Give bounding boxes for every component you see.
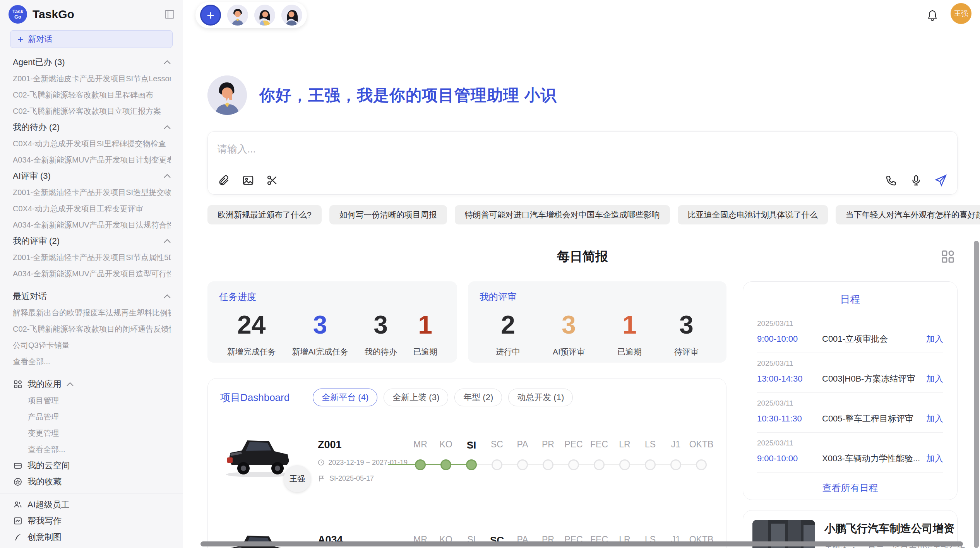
milestone-node[interactable]: LS <box>637 439 663 482</box>
image-upload-icon[interactable] <box>241 173 255 187</box>
chevron-up-icon[interactable] <box>66 382 74 387</box>
sidebar-item-help-me-write[interactable]: 帮我写作 <box>0 513 183 529</box>
project-owner-badge: 王强 <box>284 465 311 492</box>
section-agent-done[interactable]: Agent已办 (3) <box>0 54 183 70</box>
project-dashboard-title: 项目Dashboard <box>220 391 290 404</box>
join-link[interactable]: 加入 <box>926 413 943 425</box>
schedule-date: 2025/03/11 <box>757 439 943 447</box>
sidebar-item[interactable]: Z001-全新燃油皮卡产品开发项目SI节点Lesson Learn报告 <box>0 70 183 87</box>
tab-new-platform[interactable]: 全新平台 (4) <box>313 389 377 406</box>
suggestion-chip[interactable]: 如何写一份清晰的项目周报 <box>329 205 447 224</box>
sidebar-item-favorites[interactable]: 我的收藏 <box>0 474 183 490</box>
suggestion-chip[interactable]: 当下年轻人对汽车外观有怎样的喜好趋势 <box>836 205 980 224</box>
microphone-icon[interactable] <box>909 173 923 187</box>
add-agent-button[interactable]: + <box>200 5 221 26</box>
chevron-up-icon[interactable] <box>163 239 171 243</box>
chevron-up-icon[interactable] <box>163 174 171 178</box>
milestone-node[interactable]: KO <box>433 439 459 482</box>
join-link[interactable]: 加入 <box>926 333 943 345</box>
stats-row: 任务进度 24 新增完成任务 3 新增AI完成任务 3 <box>207 281 726 363</box>
sidebar-item-ai-super-staff[interactable]: AI超级员工 <box>0 497 183 513</box>
logo-text-top: Task <box>12 9 24 14</box>
app-item-change-mgmt[interactable]: 变更管理 <box>0 425 183 441</box>
daily-brief-header: 每日简报 <box>207 246 958 267</box>
app-item-project-mgmt[interactable]: 项目管理 <box>0 392 183 409</box>
milestone-node[interactable]: SC <box>484 439 510 482</box>
tab-new-body[interactable]: 全新上装 (3) <box>384 389 448 406</box>
agent-avatar[interactable] <box>254 5 275 26</box>
suggestion-chip[interactable]: 比亚迪全固态电池计划具体说了什么 <box>678 205 828 224</box>
tab-year-model[interactable]: 年型 (2) <box>454 389 502 406</box>
schedule-item: 2025/03/11 9:00-10:00 X003-车辆动力学性能验... 加… <box>757 433 943 473</box>
send-icon[interactable] <box>934 173 948 187</box>
layout-grid-icon[interactable] <box>941 249 955 264</box>
milestone-node[interactable]: PEC <box>561 439 586 482</box>
suggestion-chip[interactable]: 欧洲新规最近颁布了什么? <box>207 205 322 224</box>
milestone-node[interactable]: OKTB <box>689 439 714 482</box>
writing-icon <box>13 516 23 526</box>
project-dates: 2023-12-19 ~ 2027-01-19 <box>318 459 408 467</box>
chevron-up-icon[interactable] <box>163 294 171 299</box>
favorites-badge-icon <box>13 477 23 487</box>
section-ai-review[interactable]: AI评审 (3) <box>0 168 183 184</box>
milestone-node[interactable]: MR <box>408 439 433 482</box>
sidebar-item[interactable]: A034-全新新能源MUV产品开发项目造型可行性评审 <box>0 265 183 282</box>
sidebar-item[interactable]: C0X4-动力总成开发项目SI里程碑提交物检查 <box>0 135 183 152</box>
app-item-product-mgmt[interactable]: 产品管理 <box>0 409 183 425</box>
sidebar-item[interactable]: C0X4-动力总成开发项目工程变更评审 <box>0 200 183 217</box>
milestone-node[interactable]: PA <box>510 439 535 482</box>
milestone-node[interactable]: FEC <box>586 439 612 482</box>
chevron-up-icon[interactable] <box>163 60 171 65</box>
stat: 3 新增AI完成任务 <box>292 310 348 357</box>
voice-call-icon[interactable] <box>884 173 898 187</box>
attachment-icon[interactable] <box>217 173 231 187</box>
sidebar-item[interactable]: A034-全新新能源MUV产品开发项目计划变更表编写 <box>0 152 183 168</box>
collapse-sidebar-icon[interactable] <box>165 10 174 19</box>
agent-avatar[interactable] <box>227 5 248 26</box>
join-link[interactable]: 加入 <box>926 453 943 464</box>
view-all-apps-link[interactable]: 查看全部... <box>0 441 183 457</box>
milestone-node[interactable]: PR <box>535 439 561 482</box>
composer-toolbar <box>217 173 948 187</box>
section-my-todo[interactable]: 我的待办 (2) <box>0 119 183 135</box>
notifications-bell-icon[interactable] <box>927 9 938 22</box>
section-my-apps[interactable]: 我的应用 <box>0 376 183 392</box>
recent-chat-item[interactable]: C02-飞腾新能源轻客改款项目的闭环通告反馈情况 <box>0 321 183 337</box>
agent-avatar-bar: + <box>195 2 307 28</box>
taskgo-app: Task Go TaskGo + 新对话 Agent已办 (3) Z001-全新… <box>0 0 980 548</box>
scissors-icon[interactable] <box>265 173 279 187</box>
horizontal-scrollbar[interactable] <box>200 541 963 546</box>
milestone-node[interactable]: J1 <box>663 439 689 482</box>
quill-pen-icon <box>13 532 23 542</box>
sidebar-item-cloud-space[interactable]: 我的云空间 <box>0 457 183 474</box>
view-all-chats-link[interactable]: 查看全部... <box>0 353 183 370</box>
join-link[interactable]: 加入 <box>926 373 943 385</box>
section-recent-chats[interactable]: 最近对话 <box>0 288 183 305</box>
user-avatar[interactable]: 王强 <box>951 3 971 24</box>
section-my-review[interactable]: 我的评审 (2) <box>0 233 183 249</box>
agent-avatar[interactable] <box>281 5 302 26</box>
suggestion-chip[interactable]: 特朗普可能对进口汽车增税会对中国车企造成哪些影响 <box>455 205 670 224</box>
new-chat-button[interactable]: + 新对话 <box>10 30 173 48</box>
project-row[interactable]: 王强 Z001 2023-12-19 ~ 2027-01-19 SI-2025-… <box>220 420 714 502</box>
vertical-scrollbar[interactable] <box>974 241 979 548</box>
sidebar-item-creative-drawing[interactable]: 创意制图 <box>0 529 183 545</box>
sidebar-item[interactable]: Z001-全新燃油轻卡产品开发项目SI节点属性5D文件评审 <box>0 249 183 265</box>
schedule-item: 2025/03/11 10:30-11:30 C005-整车工程目标评审 加入 <box>757 393 943 433</box>
milestone-node[interactable]: LR <box>612 439 637 482</box>
chat-composer[interactable]: 请输入... <box>207 131 958 195</box>
chevron-up-icon[interactable] <box>163 125 171 130</box>
sidebar-item[interactable]: Z001-全新燃油轻卡产品开发项目SI造型提交物评审 <box>0 184 183 200</box>
recent-chat-item[interactable]: 解释最新出台的欧盟报废车法规再生塑料比例被调至15%... <box>0 305 183 321</box>
milestone-node[interactable]: SI <box>459 439 484 482</box>
stat: 3 待评审 <box>674 310 699 357</box>
sidebar-item[interactable]: C02-飞腾新能源轻客改款项目立项汇报方案 <box>0 103 183 119</box>
recent-chat-item[interactable]: 公司Q3轻卡销量 <box>0 337 183 353</box>
schedule-title: 日程 <box>757 293 943 306</box>
view-all-schedule-link[interactable]: 查看所有日程 <box>757 482 943 494</box>
suggestion-chips: 欧洲新规最近颁布了什么? 如何写一份清晰的项目周报 特朗普可能对进口汽车增税会对… <box>207 205 958 224</box>
tab-powertrain[interactable]: 动总开发 (1) <box>508 389 573 406</box>
project-dashboard-card: 项目Dashboard 全新平台 (4) 全新上装 (3) 年型 (2) 动总开… <box>207 378 726 548</box>
sidebar-item[interactable]: A034-全新新能源MUV产品开发项目法规符合性评审 <box>0 217 183 233</box>
sidebar-item[interactable]: C02-飞腾新能源轻客改款项目里程碑画布 <box>0 87 183 103</box>
